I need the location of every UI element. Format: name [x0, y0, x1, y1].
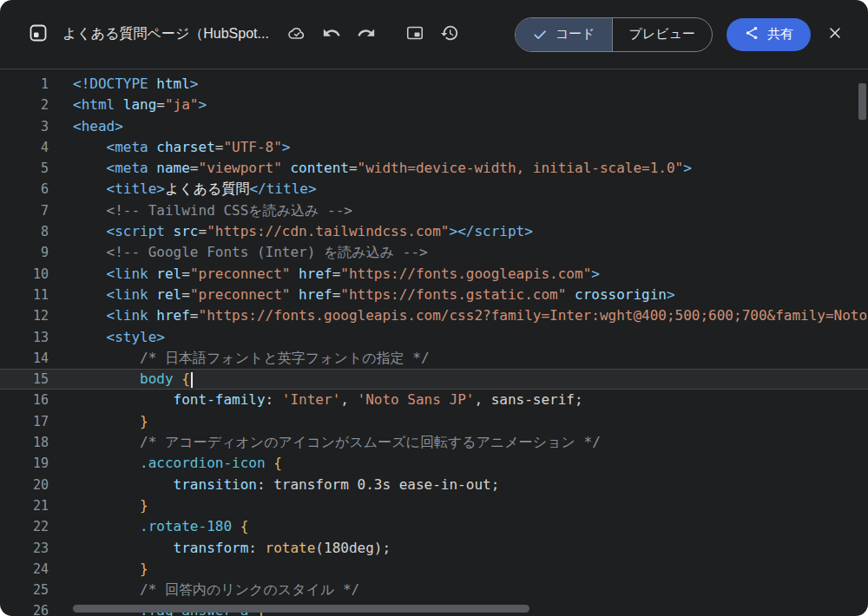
code-line[interactable]: 13 <style>	[0, 327, 868, 348]
line-number: 20	[0, 475, 49, 495]
code-line[interactable]: 5 <meta name="viewport" content="width=d…	[0, 158, 868, 179]
line-content: transform: rotate(180deg);	[49, 538, 868, 559]
line-content: <link rel="preconnect" href="https://fon…	[49, 264, 868, 285]
line-number: 5	[0, 158, 49, 179]
line-content: <meta name="viewport" content="width=dev…	[49, 158, 868, 179]
line-content: transition: transform 0.3s ease-in-out;	[49, 475, 868, 495]
picture-in-picture-icon	[405, 23, 424, 45]
line-number: 24	[0, 559, 49, 580]
canvas-icon-button[interactable]	[21, 17, 56, 52]
close-icon	[826, 24, 844, 44]
text-cursor	[191, 372, 193, 388]
line-number: 2	[0, 95, 49, 115]
line-number: 18	[0, 432, 49, 453]
line-content: <meta charset="UTF-8">	[49, 137, 868, 158]
code-line[interactable]: 3<head>	[0, 116, 868, 137]
line-content: <head>	[49, 116, 868, 137]
line-content: /* 日本語フォントと英字フォントの指定 */	[49, 348, 868, 369]
line-number: 12	[0, 305, 49, 326]
check-icon	[532, 27, 548, 43]
line-content: <link rel="preconnect" href="https://fon…	[49, 285, 868, 305]
tab-preview[interactable]: プレビュー	[612, 18, 712, 51]
vertical-scrollbar[interactable]	[858, 83, 866, 120]
code-line[interactable]: 14 /* 日本語フォントと英字フォントの指定 */	[0, 348, 868, 369]
code-line[interactable]: 20 transition: transform 0.3s ease-in-ou…	[0, 475, 868, 495]
undo-icon	[322, 23, 341, 45]
line-content: <!-- Google Fonts (Inter) を読み込み -->	[49, 242, 868, 263]
code-line[interactable]: 22 .rotate-180 {	[0, 516, 868, 537]
cloud-save-button[interactable]	[279, 17, 314, 52]
code-line[interactable]: 8 <script src="https://cdn.tailwindcss.c…	[0, 221, 868, 242]
tab-code-label: コード	[556, 26, 595, 43]
redo-button[interactable]	[349, 17, 384, 52]
line-number: 3	[0, 116, 49, 137]
line-content: }	[49, 495, 868, 516]
code-line[interactable]: 11 <link rel="preconnect" href="https://…	[0, 285, 868, 305]
line-content: }	[49, 411, 868, 432]
redo-icon	[357, 23, 376, 45]
line-number: 6	[0, 179, 49, 200]
line-content: body {	[49, 369, 868, 390]
code-line[interactable]: 15 body {	[0, 369, 868, 390]
line-number: 1	[0, 74, 49, 95]
line-content: /* 回答内のリンクのスタイル */	[49, 580, 868, 600]
code-line[interactable]: 1<!DOCTYPE html>	[0, 74, 868, 95]
cloud-save-icon	[287, 23, 306, 45]
code-line[interactable]: 12 <link href="https://fonts.googleapis.…	[0, 305, 868, 326]
tab-preview-label: プレビュー	[629, 26, 695, 43]
line-number: 23	[0, 538, 49, 559]
line-number: 4	[0, 137, 49, 158]
line-content: <html lang="ja">	[49, 95, 868, 115]
line-content: <script src="https://cdn.tailwindcss.com…	[49, 221, 868, 242]
history-icon	[440, 23, 459, 45]
line-content: font-family: 'Inter', 'Noto Sans JP', sa…	[49, 390, 868, 410]
code-editor[interactable]: 1<!DOCTYPE html>2<html lang="ja">3<head>…	[0, 69, 868, 616]
undo-button[interactable]	[314, 17, 349, 52]
share-button[interactable]: 共有	[727, 18, 811, 51]
code-line[interactable]: 9 <!-- Google Fonts (Inter) を読み込み -->	[0, 242, 868, 263]
canvas-icon	[28, 23, 49, 46]
line-number: 8	[0, 221, 49, 242]
code-line[interactable]: 10 <link rel="preconnect" href="https://…	[0, 264, 868, 285]
horizontal-scrollbar[interactable]	[73, 605, 529, 613]
line-content: <title>よくある質問</title>	[49, 179, 868, 200]
line-content: <!-- Tailwind CSSを読み込み -->	[49, 200, 868, 221]
line-number: 10	[0, 264, 49, 285]
code-line[interactable]: 23 transform: rotate(180deg);	[0, 538, 868, 559]
view-toggle: コード プレビュー	[515, 17, 713, 52]
code-line[interactable]: 25 /* 回答内のリンクのスタイル */	[0, 580, 868, 600]
line-number: 15	[0, 369, 49, 390]
code-line[interactable]: 17 }	[0, 411, 868, 432]
code-lines: 1<!DOCTYPE html>2<html lang="ja">3<head>…	[0, 74, 868, 616]
share-label: 共有	[767, 26, 793, 43]
line-number: 14	[0, 348, 49, 369]
line-content: /* アコーディオンのアイコンがスムーズに回転するアニメーション */	[49, 432, 868, 453]
code-line[interactable]: 16 font-family: 'Inter', 'Noto Sans JP',…	[0, 390, 868, 410]
code-line[interactable]: 19 .accordion-icon {	[0, 453, 868, 474]
line-number: 11	[0, 285, 49, 305]
code-line[interactable]: 21 }	[0, 495, 868, 516]
close-button[interactable]	[819, 19, 851, 50]
code-line[interactable]: 18 /* アコーディオンのアイコンがスムーズに回転するアニメーション */	[0, 432, 868, 453]
tab-code[interactable]: コード	[516, 18, 612, 51]
code-line[interactable]: 4 <meta charset="UTF-8">	[0, 137, 868, 158]
line-content: <link href="https://fonts.googleapis.com…	[49, 305, 868, 326]
code-line[interactable]: 7 <!-- Tailwind CSSを読み込み -->	[0, 200, 868, 221]
share-icon	[744, 25, 760, 43]
toolbar: よくある質問ページ（HubSpot...	[0, 0, 868, 69]
line-number: 22	[0, 516, 49, 537]
line-number: 25	[0, 580, 49, 600]
history-button[interactable]	[432, 17, 467, 52]
line-number: 7	[0, 200, 49, 221]
line-content: .accordion-icon {	[49, 453, 868, 474]
line-number: 17	[0, 411, 49, 432]
code-line[interactable]: 2<html lang="ja">	[0, 95, 868, 115]
canvas-window: よくある質問ページ（HubSpot...	[0, 0, 868, 616]
document-title: よくある質問ページ（HubSpot...	[62, 25, 269, 43]
code-line[interactable]: 6 <title>よくある質問</title>	[0, 179, 868, 200]
code-line[interactable]: 24 }	[0, 559, 868, 580]
line-number: 21	[0, 495, 49, 516]
line-number: 26	[0, 600, 49, 616]
open-preview-window-button[interactable]	[398, 17, 432, 52]
line-content: }	[49, 559, 868, 580]
